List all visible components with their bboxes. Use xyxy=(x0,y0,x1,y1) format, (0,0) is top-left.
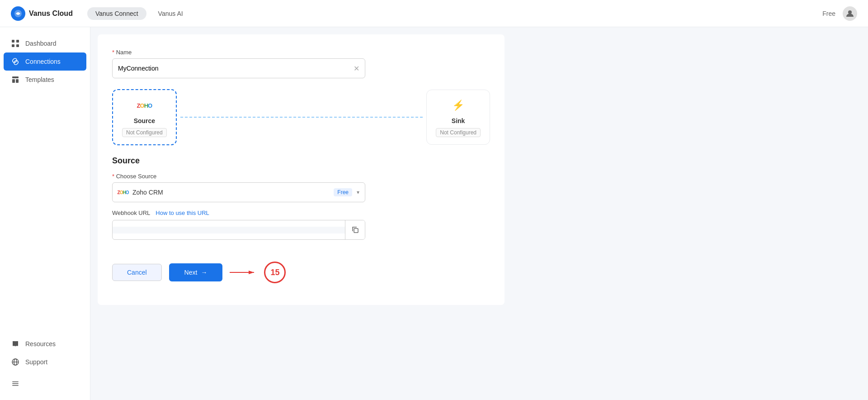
next-arrow-icon: → xyxy=(201,269,207,276)
annotation-number: 15 xyxy=(270,268,279,277)
sidebar-item-resources-label: Resources xyxy=(25,340,56,348)
source-node-status: Not Configured xyxy=(122,128,167,137)
annotation-badge: 15 xyxy=(264,262,286,283)
webhook-input-wrapper xyxy=(112,220,365,240)
svg-rect-6 xyxy=(12,76,19,78)
form-container: Name ✕ ZOHO Source Not Configured xyxy=(98,34,505,305)
sidebar-item-templates-label: Templates xyxy=(25,76,54,83)
webhook-label: Webhook URL xyxy=(112,210,150,216)
name-input-wrapper: ✕ xyxy=(112,58,365,78)
choose-source-label: Choose Source xyxy=(112,173,490,180)
source-select-text: Zoho CRM xyxy=(132,189,329,196)
source-select[interactable]: ZOHO Zoho CRM Free ▾ xyxy=(112,182,365,202)
grid-icon xyxy=(11,39,20,48)
sidebar-item-connections[interactable]: Connections xyxy=(4,52,86,71)
logo-text: Vanus Cloud xyxy=(29,10,73,18)
vanus-ai-nav[interactable]: Vanus AI xyxy=(150,7,191,20)
free-badge: Free xyxy=(822,10,835,17)
sidebar-bottom: Resources Support xyxy=(0,335,90,393)
svg-rect-14 xyxy=(12,385,19,386)
header-nav: Vanus Connect Vanus AI xyxy=(87,7,191,20)
sidebar-item-dashboard[interactable]: Dashboard xyxy=(4,34,86,52)
webhook-url-input[interactable] xyxy=(113,227,345,233)
svg-rect-8 xyxy=(16,79,19,83)
next-button[interactable]: Next → xyxy=(169,263,223,281)
webhook-section: Webhook URL How to use this URL xyxy=(112,210,490,240)
sidebar-item-menu[interactable] xyxy=(4,375,86,393)
name-label: Name xyxy=(112,49,490,56)
sidebar-item-dashboard-label: Dashboard xyxy=(25,40,57,47)
main-content: Name ✕ ZOHO Source Not Configured xyxy=(90,27,868,400)
pipeline-diagram: ZOHO Source Not Configured ⚡ Sink Not Co… xyxy=(112,89,490,145)
book-icon xyxy=(11,339,20,348)
next-button-label: Next xyxy=(184,269,198,276)
vanus-connect-nav[interactable]: Vanus Connect xyxy=(87,7,146,20)
free-tag: Free xyxy=(334,188,352,196)
name-input[interactable] xyxy=(118,65,354,72)
globe-icon xyxy=(11,357,20,367)
sink-node[interactable]: ⚡ Sink Not Configured xyxy=(426,90,490,145)
source-section: Source Choose Source ZOHO Zoho CRM Free … xyxy=(112,156,490,240)
source-node[interactable]: ZOHO Source Not Configured xyxy=(112,89,177,145)
chevron-down-icon: ▾ xyxy=(357,189,359,195)
copy-button[interactable] xyxy=(345,220,365,240)
annotation-arrow xyxy=(230,268,257,277)
webhook-link[interactable]: How to use this URL xyxy=(156,210,209,216)
link-icon xyxy=(11,57,20,66)
svg-rect-5 xyxy=(16,44,19,47)
svg-rect-2 xyxy=(12,40,14,43)
sidebar-item-support[interactable]: Support xyxy=(4,353,86,371)
clear-input-icon[interactable]: ✕ xyxy=(354,64,359,73)
webhook-header: Webhook URL How to use this URL xyxy=(112,210,490,216)
source-icon: ZOHO xyxy=(136,97,152,114)
form-footer: Cancel Next → xyxy=(112,254,490,290)
sidebar-item-templates[interactable]: Templates xyxy=(4,71,86,89)
sidebar: Dashboard Connections Templates xyxy=(0,27,90,400)
svg-rect-15 xyxy=(354,229,358,233)
svg-rect-12 xyxy=(12,381,19,382)
svg-rect-7 xyxy=(12,79,15,83)
menu-icon xyxy=(11,379,20,388)
cancel-button[interactable]: Cancel xyxy=(112,264,162,281)
pipeline-connector xyxy=(180,117,423,118)
logo-icon xyxy=(11,6,25,21)
sink-node-status: Not Configured xyxy=(436,128,481,137)
avatar[interactable] xyxy=(843,6,857,21)
name-field-group: Name ✕ xyxy=(112,49,490,78)
svg-point-1 xyxy=(848,10,852,14)
sidebar-item-connections-label: Connections xyxy=(25,58,61,65)
header-right: Free xyxy=(822,6,857,21)
body: Dashboard Connections Templates xyxy=(0,27,868,400)
svg-rect-13 xyxy=(12,383,19,384)
source-select-icon: ZOHO xyxy=(118,187,128,197)
source-node-label: Source xyxy=(134,117,155,124)
template-icon xyxy=(11,75,20,84)
annotation-container: Next → 1 xyxy=(169,262,286,283)
sink-node-label: Sink xyxy=(452,117,465,124)
sidebar-item-support-label: Support xyxy=(25,358,47,366)
sink-icon: ⚡ xyxy=(450,97,467,114)
logo: Vanus Cloud xyxy=(11,6,73,21)
sidebar-item-resources[interactable]: Resources xyxy=(4,335,86,353)
svg-rect-4 xyxy=(12,44,14,47)
svg-rect-3 xyxy=(16,40,19,43)
source-section-title: Source xyxy=(112,156,490,166)
header: Vanus Cloud Vanus Connect Vanus AI Free xyxy=(0,0,868,27)
